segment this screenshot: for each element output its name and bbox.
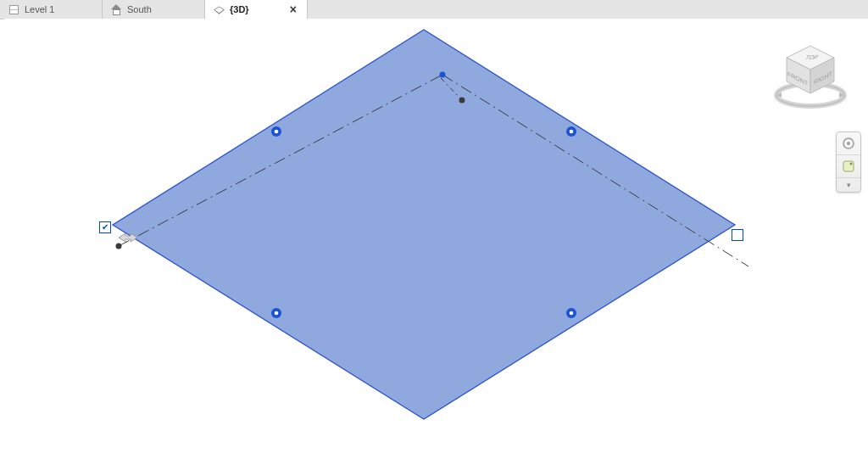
3d-view-icon — [214, 4, 225, 15]
nav-wheel-button[interactable] — [837, 155, 860, 178]
tab-level1[interactable]: Level 1 — [0, 0, 103, 19]
datum-visibility-checkbox-left[interactable]: ✔ — [99, 221, 111, 233]
nav-home-button[interactable] — [837, 132, 860, 155]
svg-rect-18 — [843, 161, 854, 171]
svg-point-19 — [850, 163, 853, 165]
svg-point-10 — [459, 98, 465, 104]
close-tab-button[interactable]: × — [288, 3, 298, 15]
view-tab-bar: Level 1 South {3D} × — [0, 0, 868, 20]
floor-element[interactable] — [113, 30, 735, 419]
svg-point-9 — [440, 72, 446, 78]
edge-grip[interactable] — [271, 126, 281, 137]
tab-label: Level 1 — [25, 4, 54, 14]
tab-south[interactable]: South — [103, 0, 205, 19]
view-cube[interactable]: TOP FRONT RIGHT — [771, 42, 849, 110]
tab-label: South — [127, 4, 152, 14]
svg-point-1 — [275, 130, 279, 134]
chevron-down-icon: ▾ — [847, 181, 851, 189]
svg-point-7 — [570, 311, 574, 316]
edge-grip[interactable] — [566, 126, 576, 137]
tab-3d[interactable]: {3D} × — [205, 0, 308, 19]
datum-visibility-checkbox-right[interactable] — [732, 229, 743, 241]
plan-view-icon — [8, 4, 19, 15]
svg-point-5 — [275, 311, 279, 316]
edge-grip[interactable] — [271, 308, 281, 318]
svg-point-3 — [570, 130, 574, 134]
drag-arrows-icon[interactable] — [117, 231, 139, 244]
3d-scene — [4, 19, 868, 476]
nav-expand-button[interactable]: ▾ — [837, 178, 860, 192]
elevation-view-icon — [111, 4, 122, 15]
3d-view-canvas[interactable]: ✔ — [4, 19, 868, 476]
tab-label: {3D} — [230, 4, 249, 14]
steering-wheel-icon — [842, 160, 855, 173]
edge-grip[interactable] — [566, 308, 576, 318]
house-icon — [842, 137, 855, 150]
navigation-bar: ▾ — [836, 132, 861, 193]
svg-point-17 — [847, 142, 850, 145]
